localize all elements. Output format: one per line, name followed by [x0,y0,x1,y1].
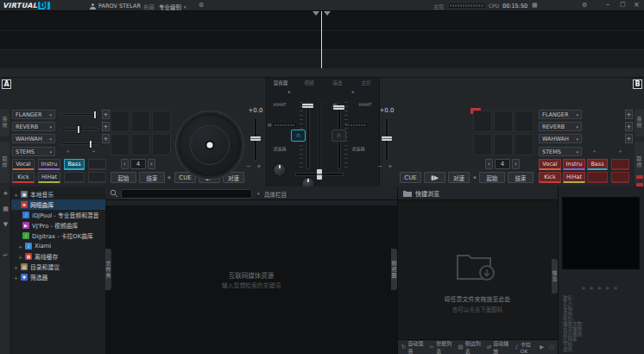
deck-b-pad[interactable] [473,111,492,132]
deck-b-pad[interactable] [494,134,513,155]
deck-b-pitch-plus[interactable]: + [388,163,393,170]
slider-handle[interactable] [93,111,97,119]
mixer-tab-mixer[interactable]: 混音器 [268,79,294,86]
rating-stars[interactable]: ★★★★★ [562,285,640,292]
slider-handle[interactable] [77,125,80,134]
mixer-tab-scratch[interactable]: 搓盘 [325,79,350,86]
deck-a-stem-hihat[interactable]: HiHat [38,172,60,183]
record-grid-icon[interactable]: ▦ [532,2,538,9]
maximize-button[interactable]: □ [620,1,626,8]
waveform-overview[interactable] [0,49,644,68]
deck-a-stem-empty[interactable] [88,159,106,170]
deck-a-effect-1-slider[interactable] [60,113,98,116]
deck-a-pitch-minus[interactable]: − [246,163,251,170]
deck-a-pad[interactable] [110,134,129,155]
info-panel-handle[interactable]: 信息 [552,259,558,294]
sidebar-item-digitrax[interactable]: ♪Digitrax - 卡拉OK曲库 [11,231,117,241]
deck-b-effect-2-select[interactable]: REVERB▾ [539,122,582,131]
deck-a-pad[interactable] [131,134,150,155]
deck-a-loop-size[interactable]: 4 [130,159,146,169]
deck-b-pad[interactable] [515,134,534,155]
automix-button[interactable]: ↻自动混音 [400,338,426,354]
deck-a-stem-kick[interactable]: Kick [12,172,35,183]
deck-a-stem-empty[interactable] [64,172,85,183]
deck-b-play-button[interactable]: ▮▶ [424,172,445,183]
columns-button[interactable]: 具体栏目 [264,190,287,199]
deck-b-loop-half-button[interactable]: ‹ [485,159,493,169]
deck-b-pad[interactable] [473,134,492,155]
mixer-volume-handle-b[interactable] [333,105,344,110]
sidebar-item-online-library[interactable]: -⊕网络曲库 [11,199,108,210]
deck-b-loop-size[interactable]: 4 [495,159,510,169]
close-button[interactable]: × [634,1,640,9]
deck-a-pitch-handle[interactable] [250,136,261,141]
stem-arrow-right-icon[interactable]: ▸ [288,89,291,94]
stems-plus-icon[interactable]: + [592,148,597,154]
deck-b-stem-empty[interactable] [587,172,608,183]
mixer-volume-handle-a[interactable] [302,104,313,108]
sidebar-item-folders-suggestions[interactable]: +▤目录和建议 [11,262,108,272]
headphone-cue-a-button[interactable]: ∩ [291,130,306,142]
deck-b-effects-tab[interactable]: 音效 [635,109,644,136]
deck-b-cue-button[interactable]: CUE [400,172,421,183]
deck-b-effect-3-select[interactable]: WAHWAH▾ [539,134,582,143]
deck-a-sampler-tab[interactable]: 取样 [0,142,9,183]
favorites-star-icon[interactable]: ★ [0,190,11,197]
deck-b-stem-empty[interactable] [611,159,629,170]
deck-b-effect-2-add-button[interactable]: + [625,122,633,131]
sidebar-item-idjpool[interactable]: ♪iDJPool - 专业音频和混音 [11,210,117,220]
filter-funnel-icon[interactable]: ▼ [0,221,11,228]
mixer-tab-master[interactable]: 主控 [353,79,379,86]
sidebar-item-vjpro[interactable]: ▶VJ'Pro - 视频曲库 [11,220,117,231]
expand-toggle[interactable]: - [14,202,18,208]
deck-a-effect-1-select[interactable]: FLANGER▾ [12,110,55,119]
minimize-button[interactable]: – [606,1,609,9]
deck-a-stem-vocal[interactable]: Vocal [12,159,35,170]
deck-b-stem-hihat[interactable]: HiHat [563,172,585,183]
karaoke-button[interactable]: ♪卡拉OK [514,339,537,354]
deck-b-pitch-handle[interactable] [382,136,392,141]
user-menu[interactable]: PAROV STELAR [90,3,141,9]
headphone-cue-b-button[interactable]: ∩ [331,130,346,142]
deck-a-effect-2-select[interactable]: REVERB▾ [12,122,55,131]
chevron-down-icon[interactable]: ▾ [257,191,260,196]
crossfader-handle[interactable] [317,169,322,180]
deck-b-effect-1-add-button[interactable]: + [625,110,633,119]
search-input[interactable] [121,189,252,199]
sidebar-item-local-music[interactable]: +▣本地音乐 [11,189,108,199]
deck-a-stem-instru[interactable]: Instru [38,159,60,170]
sideview-panel-handle[interactable]: 侧视图 [391,249,397,290]
deck-a-effects-tab[interactable]: 音效 [0,109,9,136]
stem-arrow-left-icon[interactable]: ◂ [351,89,354,94]
deck-b-loop-in-button[interactable]: 起始 [479,172,505,183]
stems-plus-icon[interactable]: + [66,148,70,154]
deck-b-stem-empty[interactable] [611,172,629,183]
deck-a-effect-3-select[interactable]: WAHWAH▾ [12,134,55,143]
deck-b-pitch-minus[interactable]: − [377,163,382,170]
deck-a-stem-bass[interactable]: Bass [64,159,85,170]
folders-panel-handle[interactable]: 文件夹 [105,249,111,290]
deck-a-loop-in-button[interactable]: 起始 [110,172,136,183]
deck-a-loop-double-button[interactable]: › [148,159,155,169]
expand-toggle[interactable]: + [14,264,18,270]
mixer-tab-video[interactable]: 视频 [296,79,322,86]
expand-toggle[interactable]: + [14,192,18,198]
expand-toggle[interactable]: + [18,243,22,250]
deck-a-effect-3-slider[interactable] [60,142,98,145]
deck-b-stems-select[interactable]: STEMS▾ [539,147,582,156]
expand-toggle[interactable]: + [18,254,22,260]
deck-a-pad[interactable] [131,111,150,132]
deck-a-loop-out-button[interactable]: 结束 [139,172,165,183]
deck-a-effect-1-add-button[interactable]: + [102,110,110,119]
mixer-volume-fader-a[interactable] [306,102,310,169]
deck-a-stems-select[interactable]: STEMS▾ [12,147,55,156]
sidelist-button[interactable]: ▤侧边列表 [456,338,483,354]
expand-toggle[interactable]: + [14,275,18,281]
deck-a-loop-half-button[interactable]: ‹ [121,159,129,169]
deck-a-pad[interactable] [152,134,171,155]
deck-a-effect-2-slider[interactable] [60,128,98,130]
deck-a-jogwheel[interactable] [175,111,244,180]
play-list-button[interactable]: ▶ [538,343,546,351]
deck-a-pad[interactable] [110,111,129,132]
deck-b-effect-3-add-button[interactable]: + [625,134,633,143]
